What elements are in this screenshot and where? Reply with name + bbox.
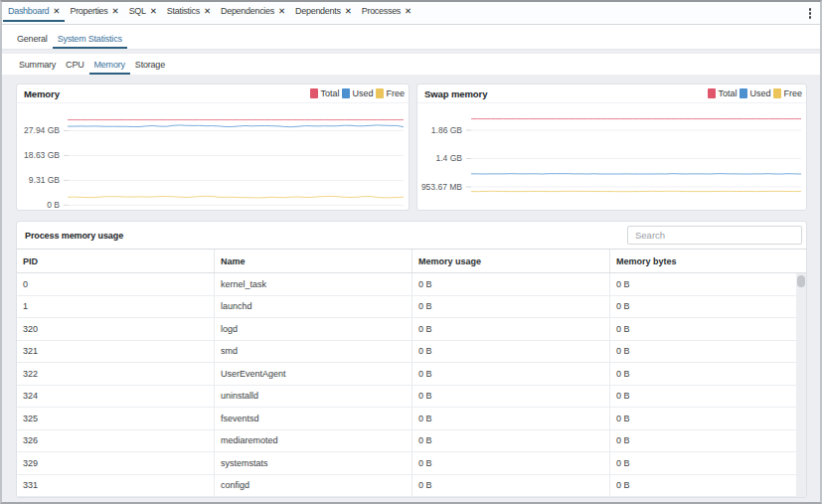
legend-label: Total — [320, 88, 339, 98]
table-row[interactable]: 320logd0 B0 B — [17, 318, 796, 341]
svg-text:18.63 GB: 18.63 GB — [24, 150, 60, 160]
cell-memory-usage: 0 B — [412, 273, 610, 295]
cell-memory-bytes: 0 B — [610, 408, 796, 429]
free-color-swatch — [376, 88, 384, 98]
scrollbar-thumb[interactable] — [797, 275, 805, 287]
tab-general[interactable]: General — [12, 29, 53, 49]
tab-label: Properties — [70, 6, 107, 16]
tab-label: Dependencies — [221, 6, 274, 16]
column-header-name[interactable]: Name — [215, 250, 412, 272]
table-row[interactable]: 322UserEventAgent0 B0 B — [17, 363, 796, 386]
cell-pid: 1 — [17, 296, 215, 318]
cell-name: UserEventAgent — [215, 363, 412, 385]
tab-statistics[interactable]: Statistics✕ — [162, 2, 216, 20]
memory-chart-title: Memory — [24, 88, 60, 99]
cell-memory-usage: 0 B — [412, 341, 610, 363]
tab-properties[interactable]: Properties✕ — [65, 2, 123, 20]
pgadmin-dashboard-window: { "window": { "kebab_menu_icon": "kebab-… — [0, 0, 822, 504]
tab-close-icon[interactable]: ✕ — [405, 7, 411, 16]
cell-name: launchd — [215, 296, 412, 318]
tab-sql[interactable]: SQL✕ — [124, 2, 162, 20]
process-memory-usage-panel: Process memory usage PIDNameMemory usage… — [16, 221, 807, 498]
cell-name: logd — [215, 318, 412, 340]
swap-memory-chart-panel: Swap memory TotalUsedFree 1.86 GB1.4 GB9… — [416, 84, 807, 211]
column-header-memory-usage[interactable]: Memory usage — [412, 250, 610, 272]
svg-text:953.67 MB: 953.67 MB — [421, 182, 462, 192]
legend-label: Used — [749, 88, 770, 98]
dashboard-tab-bar: GeneralSystem Statistics — [2, 25, 820, 50]
tab-dependencies[interactable]: Dependencies✕ — [216, 2, 290, 20]
cell-memory-bytes: 0 B — [610, 296, 796, 318]
tab-cpu[interactable]: CPU — [61, 54, 88, 75]
table-row[interactable]: 329systemstats0 B0 B — [17, 452, 796, 475]
svg-text:1.4 GB: 1.4 GB — [436, 153, 463, 163]
table-row[interactable]: 331configd0 B0 B — [17, 475, 796, 498]
process-table-body: 0kernel_task0 B0 B1launchd0 B0 B320logd0… — [17, 273, 796, 497]
cell-pid: 326 — [17, 430, 215, 452]
cell-name: kernel_task — [215, 273, 412, 295]
memory-line-chart: 27.94 GB18.63 GB9.31 GB0 B — [17, 103, 409, 209]
cell-pid: 322 — [17, 363, 215, 385]
cell-memory-usage: 0 B — [412, 430, 610, 452]
total-color-swatch — [310, 88, 318, 98]
table-row[interactable]: 1launchd0 B0 B — [17, 296, 796, 319]
tab-close-icon[interactable]: ✕ — [278, 7, 285, 16]
cell-name: smd — [215, 341, 412, 363]
table-row[interactable]: 325fseventsd0 B0 B — [17, 408, 796, 430]
tab-label: SQL — [129, 6, 146, 16]
cell-name: systemstats — [215, 452, 412, 474]
tab-label: Dashboard — [8, 6, 49, 16]
cell-name: uninstalld — [215, 386, 412, 408]
tab-processes[interactable]: Processes✕ — [357, 2, 416, 20]
legend-item-used: Used — [740, 88, 771, 98]
legend-item-free: Free — [376, 88, 405, 98]
cell-memory-bytes: 0 B — [610, 273, 796, 295]
svg-text:9.31 GB: 9.31 GB — [29, 175, 61, 185]
tab-dependents[interactable]: Dependents✕ — [290, 2, 357, 20]
table-row[interactable]: 324uninstalld0 B0 B — [17, 386, 796, 409]
used-color-swatch — [342, 88, 350, 98]
cell-pid: 0 — [17, 273, 215, 295]
tab-close-icon[interactable]: ✕ — [53, 7, 60, 16]
cell-pid: 321 — [17, 341, 215, 363]
cell-memory-bytes: 0 B — [610, 363, 796, 385]
legend-label: Free — [386, 88, 405, 98]
tab-close-icon[interactable]: ✕ — [150, 7, 157, 16]
process-table-header: PIDNameMemory usageMemory bytes — [17, 250, 806, 273]
tab-memory[interactable]: Memory — [89, 54, 130, 75]
table-row[interactable]: 321smd0 B0 B — [17, 341, 796, 364]
cell-name: mediaremoted — [215, 430, 412, 452]
tab-storage[interactable]: Storage — [130, 54, 170, 75]
tab-close-icon[interactable]: ✕ — [112, 7, 119, 16]
tab-dashboard[interactable]: Dashboard✕ — [3, 2, 65, 20]
legend-label: Used — [352, 88, 373, 98]
cell-name: configd — [215, 475, 412, 497]
tab-system-statistics[interactable]: System Statistics — [53, 29, 127, 49]
cell-memory-usage: 0 B — [412, 475, 610, 497]
svg-text:27.94 GB: 27.94 GB — [24, 125, 60, 135]
cell-memory-bytes: 0 B — [610, 475, 796, 497]
free-color-swatch — [773, 88, 781, 98]
search-input[interactable] — [627, 226, 802, 245]
column-header-memory-bytes[interactable]: Memory bytes — [610, 250, 806, 272]
kebab-menu-icon[interactable] — [802, 5, 818, 22]
svg-text:1.86 GB: 1.86 GB — [431, 125, 463, 135]
tab-summary[interactable]: Summary — [14, 54, 61, 75]
legend-label: Total — [718, 88, 737, 98]
cell-memory-bytes: 0 B — [610, 318, 796, 340]
legend-item-used: Used — [342, 88, 374, 98]
column-header-pid[interactable]: PID — [17, 250, 215, 272]
table-row[interactable]: 326mediaremoted0 B0 B — [17, 430, 796, 453]
cell-pid: 325 — [17, 408, 215, 429]
tab-close-icon[interactable]: ✕ — [204, 7, 211, 16]
cell-memory-bytes: 0 B — [610, 386, 796, 408]
used-color-swatch — [740, 88, 747, 98]
process-panel-title: Process memory usage — [25, 231, 123, 241]
cell-memory-bytes: 0 B — [610, 341, 796, 363]
panel-tab-bar: Dashboard✕Properties✕SQL✕Statistics✕Depe… — [2, 2, 820, 25]
table-row[interactable]: 0kernel_task0 B0 B — [17, 273, 796, 296]
tab-close-icon[interactable]: ✕ — [345, 7, 352, 16]
table-scrollbar[interactable] — [796, 273, 806, 497]
memory-chart-panel: Memory TotalUsedFree 27.94 GB18.63 GB9.3… — [16, 84, 410, 211]
cell-pid: 329 — [17, 452, 215, 474]
